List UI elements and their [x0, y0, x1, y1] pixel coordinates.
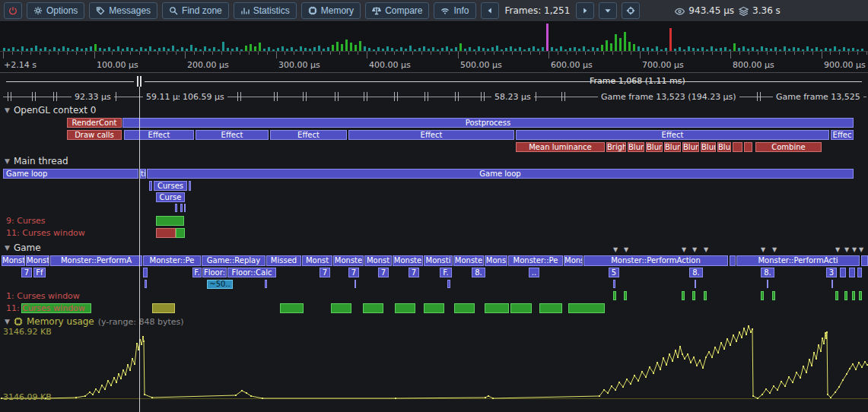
histogram-bar[interactable]	[428, 49, 430, 51]
histogram-bar[interactable]	[797, 48, 800, 51]
zone-box[interactable]: Combine	[755, 142, 822, 152]
histogram-bar[interactable]	[113, 49, 115, 51]
zone-box[interactable]: Monster::PerformAction	[583, 255, 728, 266]
histogram-bar[interactable]	[688, 46, 690, 51]
zone-box[interactable]: Blur	[682, 142, 699, 152]
zone-box[interactable]	[859, 291, 862, 300]
histogram-bar[interactable]	[44, 47, 46, 51]
zone-box[interactable]: Monst	[302, 255, 332, 266]
histogram-bar[interactable]	[108, 47, 110, 51]
histogram-bar[interactable]	[26, 49, 28, 51]
zone-box[interactable]: Blur	[701, 142, 716, 152]
histogram-bar[interactable]	[692, 48, 695, 51]
histogram-bar[interactable]	[642, 48, 644, 51]
zone-box[interactable]: Monster::PerformActi	[736, 255, 860, 266]
histogram-bar[interactable]	[505, 48, 507, 51]
histogram-bar[interactable]	[49, 49, 51, 51]
message-marker-icon[interactable]: ▼	[772, 247, 777, 253]
zone-box[interactable]: Monster::Pe	[508, 255, 563, 266]
histogram-bar[interactable]	[587, 49, 590, 51]
histogram-bar[interactable]	[843, 47, 845, 51]
histogram-bar[interactable]	[437, 49, 439, 51]
histogram-bar[interactable]	[382, 49, 384, 51]
message-marker-icon[interactable]: ▼	[613, 247, 618, 253]
zone-box[interactable]	[156, 228, 176, 238]
histogram-bar[interactable]	[72, 49, 74, 51]
histogram-bar[interactable]	[601, 45, 603, 51]
zone-box[interactable]: Effec	[831, 130, 854, 140]
zone-box[interactable]	[704, 291, 707, 300]
histogram-bar[interactable]	[199, 49, 202, 51]
zone-box[interactable]	[730, 255, 736, 266]
histogram-bar[interactable]	[838, 49, 841, 51]
section-header-game[interactable]: ▼Game	[5, 242, 41, 253]
histogram-bar[interactable]	[624, 32, 626, 51]
histogram-bar[interactable]	[154, 49, 156, 51]
zone-box[interactable]	[189, 181, 191, 191]
histogram-bar[interactable]	[190, 45, 192, 51]
zone-box[interactable]	[145, 280, 147, 288]
histogram-bar[interactable]	[592, 47, 594, 51]
zone-box[interactable]	[861, 255, 868, 266]
histogram-bar[interactable]	[355, 45, 357, 51]
histogram-bar[interactable]	[857, 49, 859, 51]
power-button[interactable]	[4, 2, 22, 19]
histogram-bar[interactable]	[761, 46, 763, 51]
histogram-bar[interactable]	[208, 49, 211, 51]
histogram-bar[interactable]	[560, 46, 562, 51]
histogram-bar[interactable]	[21, 46, 24, 51]
zone-box[interactable]: Game::Replay	[202, 255, 265, 266]
find-zone-button[interactable]: Find zone	[162, 2, 229, 19]
message-marker-icon[interactable]: ▼	[852, 247, 857, 253]
histogram-bar[interactable]	[697, 49, 699, 51]
zone-box[interactable]: 8.	[689, 268, 703, 277]
zone-box[interactable]	[454, 303, 475, 313]
histogram-bar[interactable]	[368, 48, 370, 51]
zone-box[interactable]: Draw calls	[67, 130, 122, 140]
histogram-bar[interactable]	[564, 49, 567, 51]
zone-box[interactable]: Monste	[2, 255, 25, 266]
zone-box[interactable]	[613, 291, 616, 300]
histogram-bar[interactable]	[213, 47, 215, 51]
histogram-bar[interactable]	[711, 46, 713, 51]
histogram-bar[interactable]	[163, 47, 165, 51]
histogram-bar[interactable]	[432, 47, 434, 51]
message-marker-icon[interactable]: ▼	[682, 247, 686, 253]
histogram-bar[interactable]	[542, 47, 544, 51]
histogram-bar[interactable]	[724, 47, 727, 51]
zone-box[interactable]: Monsti	[424, 255, 453, 266]
histogram-bar[interactable]	[669, 28, 672, 51]
plot-label[interactable]: 11: Curses window	[6, 228, 85, 238]
histogram-bar[interactable]	[825, 48, 827, 51]
section-header-main-thread[interactable]: ▼Main thread	[5, 156, 68, 166]
zone-box[interactable]: Postprocess	[122, 118, 854, 128]
zone-box[interactable]	[331, 303, 351, 313]
histogram-bar[interactable]	[701, 47, 704, 51]
zone-box[interactable]	[176, 228, 185, 238]
histogram-bar[interactable]	[861, 49, 863, 51]
histogram-bar[interactable]	[377, 47, 380, 51]
histogram-bar[interactable]	[90, 46, 92, 51]
histogram-bar[interactable]	[167, 49, 170, 51]
zone-box[interactable]: Monste	[453, 255, 484, 266]
frame-histogram[interactable]	[0, 22, 868, 52]
histogram-bar[interactable]	[158, 48, 161, 51]
histogram-bar[interactable]	[742, 46, 745, 51]
histogram-bar[interactable]	[350, 43, 352, 51]
histogram-bar[interactable]	[35, 46, 37, 51]
memory-button[interactable]: Memory	[301, 2, 361, 19]
info-button[interactable]: Info	[434, 2, 475, 19]
histogram-bar[interactable]	[619, 38, 622, 51]
histogram-bar[interactable]	[733, 43, 736, 51]
message-marker-icon[interactable]: ▼	[692, 247, 697, 253]
histogram-bar[interactable]	[459, 43, 462, 51]
zone-box[interactable]: ..	[529, 268, 539, 277]
histogram-bar[interactable]	[341, 44, 343, 51]
focus-frame-button[interactable]	[622, 2, 640, 19]
zone-box[interactable]	[692, 291, 695, 300]
zone-box[interactable]	[355, 280, 356, 288]
zone-box[interactable]: Curses	[154, 181, 187, 191]
histogram-bar[interactable]	[679, 47, 681, 51]
zone-box[interactable]: Mons	[485, 255, 507, 266]
histogram-bar[interactable]	[281, 46, 284, 51]
